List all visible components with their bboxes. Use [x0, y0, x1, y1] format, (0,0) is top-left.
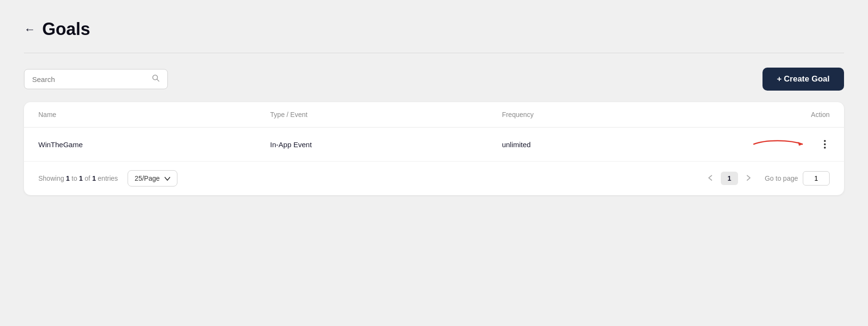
page-size-value: 25/Page — [135, 175, 160, 182]
col-header-action: Action — [734, 111, 830, 118]
to-label: to — [71, 175, 79, 182]
chevron-down-icon — [164, 175, 170, 182]
svg-line-1 — [157, 80, 159, 82]
dot-2 — [824, 143, 826, 145]
goto-label: Go to page — [765, 175, 798, 182]
dot-1 — [824, 140, 826, 142]
showing-to: 1 — [79, 175, 83, 182]
col-header-type: Type / Event — [270, 111, 502, 118]
table-header: Name Type / Event Frequency Action — [24, 102, 844, 128]
table-row: WinTheGame In-App Event unlimited — [24, 128, 844, 162]
current-page: 1 — [721, 172, 738, 185]
action-cell — [734, 138, 830, 151]
page-header: ← Goals — [24, 19, 844, 39]
dot-3 — [824, 147, 826, 149]
prev-page-button[interactable] — [704, 171, 717, 186]
svg-marker-2 — [798, 142, 803, 146]
cell-frequency: unlimited — [502, 140, 734, 149]
cell-name: WinTheGame — [38, 140, 270, 149]
entries-label: entries — [98, 175, 118, 182]
showing-from: 1 — [66, 175, 70, 182]
of-label: of — [85, 175, 93, 182]
goto-input[interactable] — [803, 171, 830, 186]
col-header-name: Name — [38, 111, 270, 118]
page-title: Goals — [42, 19, 90, 39]
cell-type: In-App Event — [270, 140, 502, 149]
toolbar: + Create Goal — [24, 68, 844, 91]
arrow-annotation — [751, 137, 809, 151]
goals-table-card: Name Type / Event Frequency Action WinTh… — [24, 102, 844, 195]
col-header-frequency: Frequency — [502, 111, 734, 118]
showing-text: Showing 1 to 1 of 1 entries — [38, 175, 118, 182]
showing-total: 1 — [92, 175, 96, 182]
pagination-row: Showing 1 to 1 of 1 entries 25/Page 1 — [24, 162, 844, 195]
page-size-select[interactable]: 25/Page — [128, 170, 177, 186]
search-box[interactable] — [24, 69, 168, 89]
search-icon — [152, 74, 160, 84]
page-nav: 1 — [704, 171, 755, 186]
goto-section: Go to page — [765, 171, 830, 186]
back-button[interactable]: ← — [24, 23, 35, 36]
next-page-button[interactable] — [742, 171, 755, 186]
row-action-menu-button[interactable] — [820, 138, 830, 151]
create-goal-button[interactable]: + Create Goal — [762, 68, 844, 91]
search-input[interactable] — [32, 75, 147, 83]
header-divider — [24, 53, 844, 53]
